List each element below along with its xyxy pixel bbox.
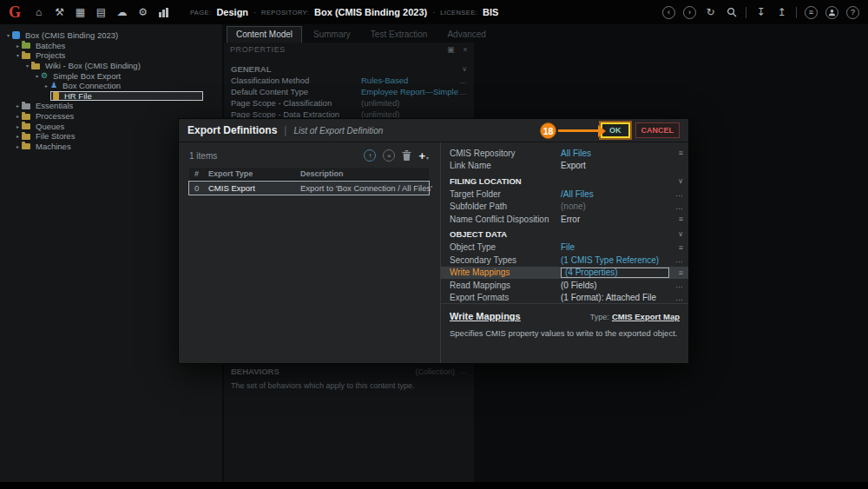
user-icon[interactable] <box>825 6 838 19</box>
tree-item-box-cmis-binding-2023[interactable]: ▾Box (CMIS Binding 2023) <box>0 30 222 41</box>
download-icon[interactable]: ↧ <box>754 7 767 17</box>
forward-icon[interactable]: › <box>683 6 696 19</box>
licensee-value: BIS <box>483 7 498 17</box>
ellipsis-icon[interactable]: … <box>671 202 683 211</box>
grid-row-target-folder[interactable]: Target Folder/All Files… <box>441 188 688 201</box>
top-bar: G ⌂ ⚒ ▦ ▤ ☁ ⚙ PAGE: Design · REPOSITORY:… <box>0 0 868 24</box>
cloud-icon[interactable]: ☁ <box>115 7 128 17</box>
behaviors-section-header[interactable]: BEHAVIORS (Collection) … <box>224 366 474 377</box>
grid-section-object-data[interactable]: OBJECT DATA∨ <box>441 228 688 241</box>
ellipsis-icon[interactable]: … <box>671 189 683 198</box>
upload-icon[interactable]: ↥ <box>775 7 788 17</box>
tree-item-projects[interactable]: ▾Projects <box>0 50 222 61</box>
ellipsis-icon[interactable]: … <box>671 294 683 302</box>
general-section-header[interactable]: GENERAL ∨ <box>224 63 474 75</box>
grid-row-value: Error <box>561 215 671 224</box>
menu-icon[interactable]: ≡ <box>671 268 683 277</box>
search-icon[interactable] <box>725 7 738 17</box>
page-value[interactable]: Design <box>216 7 248 17</box>
folder-icon <box>22 134 30 140</box>
caret-right-icon[interactable]: ▸ <box>14 43 22 49</box>
tab-advanced[interactable]: Advanced <box>438 27 494 43</box>
layers-icon[interactable]: ≡ <box>805 6 818 19</box>
home-icon[interactable]: ⌂ <box>32 7 45 17</box>
tools-icon[interactable]: ⚒ <box>53 7 66 17</box>
chevron-down-icon: ∨ <box>671 177 683 185</box>
grid-row-value: (0 Fields) <box>561 281 671 290</box>
tree-item-box-connection[interactable]: ▸♟Box Connection <box>0 81 222 91</box>
grid-icon[interactable]: ▦ <box>74 7 87 17</box>
caret-down-icon[interactable]: ▾ <box>23 63 31 69</box>
back-icon[interactable]: ‹ <box>662 6 675 19</box>
annotation-arrow-head <box>598 125 606 137</box>
detail-type-link[interactable]: CMIS Export Map <box>612 312 680 321</box>
row-export-type: CMIS Export <box>208 183 300 193</box>
tree-item-label: Wiki - Box (CMIS Binding) <box>43 61 142 70</box>
cancel-button[interactable]: CANCEL <box>635 122 681 138</box>
tree-item-wiki-box-cmis-binding[interactable]: ▾Wiki - Box (CMIS Binding) <box>0 61 222 71</box>
grid-section-filing-location[interactable]: FILING LOCATION∨ <box>441 174 688 188</box>
grid-row-cmis-repository[interactable]: CMIS RepositoryAll Files≡ <box>441 147 688 160</box>
grid-row-export-formats[interactable]: Export Formats(1 Format): Attached File… <box>441 292 688 305</box>
repository-value[interactable]: Box (CMIS Binding 2023) <box>314 7 427 17</box>
grid-row-label: Read Mappings <box>450 281 561 290</box>
grid-row-value: Export <box>561 161 671 170</box>
archive-icon[interactable]: ▤ <box>95 7 108 17</box>
caret-down-icon[interactable]: ▾ <box>4 32 12 38</box>
help-icon[interactable]: ? <box>846 6 859 19</box>
caret-right-icon[interactable]: ▸ <box>14 102 22 109</box>
tree-item-label: File Stores <box>34 131 76 141</box>
ellipsis-icon[interactable]: … <box>459 88 467 96</box>
export-definition-row[interactable]: 0CMIS ExportExport to 'Box Connection / … <box>189 182 429 195</box>
caret-down-icon[interactable]: ▾ <box>33 73 41 79</box>
caret-down-icon[interactable]: ▾ <box>14 52 22 58</box>
add-export-button[interactable]: + ▾ <box>418 151 429 161</box>
toolbar-divider <box>746 7 746 18</box>
grid-section-label: FILING LOCATION <box>450 176 522 186</box>
caret-right-icon[interactable]: ▸ <box>14 113 22 119</box>
row-index: 0 <box>189 183 208 193</box>
grid-row-object-type[interactable]: Object TypeFile≡ <box>441 241 688 254</box>
repository-node-icon <box>12 31 20 39</box>
tree-item-label: Processes <box>34 111 76 121</box>
caret-right-icon[interactable]: ▸ <box>14 143 22 149</box>
grid-row-subfolder-path[interactable]: Subfolder Path(none)… <box>441 201 688 214</box>
grid-row-name-conflict-disposition[interactable]: Name Conflict DispositionError≡ <box>441 213 688 226</box>
export-definitions-dialog: Export Definitions | List of Export Defi… <box>178 118 689 364</box>
property-row-default-content-type[interactable]: Default Content TypeEmployee Report—Simp… <box>224 86 474 97</box>
save-properties-icon[interactable]: ▣ <box>447 46 455 54</box>
remove-icon[interactable]: × <box>383 149 395 162</box>
tab-content-model[interactable]: Content Model <box>227 26 302 43</box>
ellipsis-icon[interactable]: … <box>459 76 467 85</box>
ellipsis-icon[interactable]: … <box>460 367 467 375</box>
workflow-icon[interactable]: ⚙ <box>136 7 149 17</box>
tree-item-essentials[interactable]: ▸Essentials <box>0 101 222 111</box>
caret-right-icon[interactable]: ▸ <box>14 123 22 129</box>
delete-icon[interactable] <box>402 150 411 161</box>
tab-summary[interactable]: Summary <box>305 27 359 43</box>
caret-right-icon[interactable]: ▸ <box>14 133 22 139</box>
tree-item-hr-file[interactable]: HR File <box>0 91 222 102</box>
menu-icon[interactable]: ≡ <box>671 215 683 223</box>
refresh-icon[interactable]: ↻ <box>704 7 717 17</box>
caret-right-icon[interactable]: ▸ <box>43 83 50 89</box>
menu-icon[interactable]: ≡ <box>671 243 683 252</box>
close-properties-icon[interactable]: × <box>463 46 468 54</box>
grid-row-read-mappings[interactable]: Read Mappings(0 Fields)… <box>441 279 688 292</box>
chart-icon[interactable] <box>157 8 170 17</box>
grid-row-write-mappings[interactable]: Write Mappings(4 Properties)≡ <box>441 267 688 280</box>
property-row-page-scope-classification[interactable]: Page Scope - Classification(unlimited) <box>224 97 474 109</box>
tab-test-extraction[interactable]: Test Extraction <box>362 27 437 43</box>
ellipsis-icon[interactable]: … <box>671 281 683 289</box>
tree-item-simple-box-export[interactable]: ▾⚙Simple Box Export <box>0 70 222 81</box>
property-row-classification-method[interactable]: Classification MethodRules-Based… <box>224 75 474 86</box>
move-up-icon[interactable]: ↑ <box>364 149 376 162</box>
annotation-arrow-line <box>558 129 598 132</box>
grid-row-link-name[interactable]: Link NameExport <box>441 160 688 173</box>
grid-row-secondary-types[interactable]: Secondary Types(1 CMIS Type Reference)… <box>441 254 688 267</box>
menu-icon[interactable]: ≡ <box>671 149 683 157</box>
ellipsis-icon[interactable]: … <box>671 255 683 264</box>
connection-icon: ♟ <box>50 82 57 89</box>
grid-value-editor[interactable]: (4 Properties) <box>561 268 669 279</box>
tree-item-batches[interactable]: ▸Batches <box>0 41 222 51</box>
